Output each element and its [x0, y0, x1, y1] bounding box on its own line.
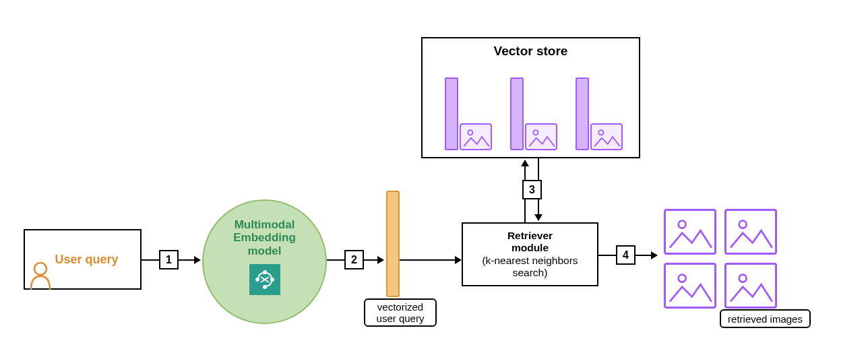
- svg-point-1: [256, 278, 259, 281]
- vectorized-query-bar: [386, 191, 400, 297]
- arrow-to-retriever-head: [455, 256, 462, 264]
- arrow-4-head: [651, 251, 658, 259]
- retrieved-image-2: [724, 209, 777, 255]
- arrow-3-down-head: [534, 214, 542, 221]
- embedding-label-1: Multimodal: [233, 218, 296, 232]
- vector-bar-1: [445, 77, 458, 150]
- svg-point-4: [264, 286, 266, 288]
- arrow-4b: [636, 255, 651, 256]
- user-icon: [29, 261, 52, 290]
- retriever-box: Retriever module (k-nearest neighbors se…: [462, 222, 598, 286]
- svg-point-7: [598, 130, 603, 135]
- arrow-2-head: [377, 256, 384, 264]
- arrow-2a: [327, 259, 344, 261]
- step-4-label: 4: [623, 249, 629, 261]
- chip-icon: [249, 264, 280, 295]
- embedding-label-3: model: [233, 245, 296, 258]
- step-1-label: 1: [166, 254, 172, 266]
- retrieved-image-4: [724, 263, 777, 309]
- image-icon-store-2: [525, 123, 557, 150]
- arrow-4a: [598, 255, 616, 256]
- embedding-model: Multimodal Embedding model: [202, 199, 327, 324]
- svg-point-5: [468, 130, 472, 135]
- vector-bar-2: [510, 77, 524, 150]
- svg-point-8: [679, 221, 686, 228]
- retrieved-images-label-box: retrieved images: [720, 309, 811, 328]
- vector-bar-3: [576, 77, 589, 150]
- arrow-3-up-head: [521, 160, 529, 166]
- step-2: 2: [344, 250, 364, 269]
- arrow-1-head: [194, 256, 201, 264]
- vectorized-query-label-box: vectorized user query: [364, 298, 437, 327]
- retriever-label-4: search): [513, 267, 548, 279]
- image-icon-store-3: [590, 123, 623, 150]
- svg-point-2: [264, 271, 266, 274]
- image-icon-store-1: [460, 123, 492, 150]
- arrow-to-retriever: [400, 259, 455, 261]
- step-3: 3: [522, 180, 542, 199]
- retriever-label-3: (k-nearest neighbors: [482, 255, 578, 267]
- step-1: 1: [159, 250, 179, 269]
- retrieved-image-3: [664, 263, 716, 309]
- user-query-label: User query: [55, 253, 118, 267]
- arrow-1a: [142, 259, 159, 261]
- user-query-box: User query: [24, 229, 142, 290]
- retriever-label-1: Retriever: [507, 230, 553, 242]
- embedding-label-2: Embedding: [233, 231, 296, 245]
- svg-point-6: [533, 130, 538, 135]
- arrow-2b: [364, 259, 377, 261]
- step-3-label: 3: [529, 184, 535, 196]
- retrieved-images-label: retrieved images: [728, 313, 803, 325]
- retrieved-image-1: [664, 209, 716, 255]
- svg-point-0: [34, 263, 46, 275]
- arrow-1b: [179, 259, 194, 261]
- vectorized-query-label: vectorized user query: [377, 301, 425, 325]
- vector-store-label: Vector store: [494, 44, 568, 59]
- step-4: 4: [616, 245, 636, 265]
- svg-point-11: [739, 275, 747, 282]
- svg-point-3: [271, 278, 274, 281]
- retriever-label-2: module: [512, 242, 549, 254]
- svg-point-9: [739, 221, 747, 228]
- step-2-label: 2: [351, 254, 357, 266]
- svg-point-10: [679, 275, 686, 282]
